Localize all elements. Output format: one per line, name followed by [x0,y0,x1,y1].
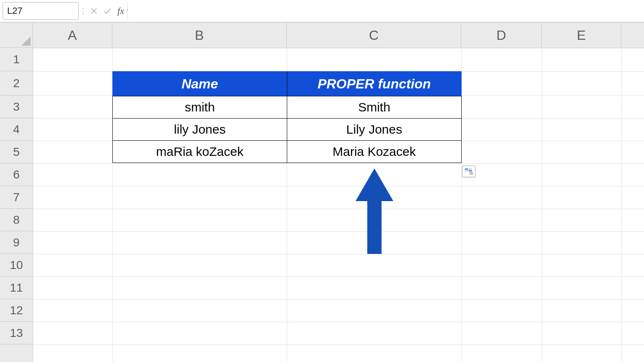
auto-fill-options-icon [465,168,473,175]
row-header-2[interactable]: 2 [0,71,33,96]
gridline-horizontal [33,277,644,277]
row-header-11[interactable]: 11 [0,277,33,299]
data-table: Name PROPER function smith Smith lily Jo… [112,71,462,163]
header-proper[interactable]: PROPER function [287,72,462,96]
row-header-4[interactable]: 4 [0,118,33,141]
svg-rect-0 [465,168,468,170]
row-header-7[interactable]: 7 [0,186,33,209]
auto-fill-options-button[interactable] [462,165,475,177]
gridline-vertical [542,48,542,362]
separator-icon: ⋮ [82,5,84,16]
gridline-horizontal [33,209,644,209]
row-header-9[interactable]: 9 [0,231,33,254]
row-header-10[interactable]: 10 [0,254,33,277]
spreadsheet-grid: ABCDE 12345678910111213 Name PROPER func… [0,23,644,362]
column-header-E[interactable]: E [542,23,621,48]
check-icon [103,7,112,15]
column-header-B[interactable]: B [112,23,287,48]
svg-rect-1 [469,168,472,170]
select-all-corner[interactable] [0,23,33,48]
row-header-12[interactable]: 12 [0,299,33,322]
gridline-vertical [621,48,622,362]
table-row: maRia koZacek Maria Kozacek [113,141,462,163]
gridline-horizontal [33,186,644,186]
gridline-horizontal [33,344,644,345]
gridline-horizontal [33,254,644,254]
column-header-C[interactable]: C [287,23,461,48]
enter-formula-button[interactable] [101,3,114,19]
row-header-1[interactable]: 1 [0,48,33,71]
close-icon [90,7,98,15]
name-box-container [3,2,79,20]
gridline-horizontal [33,231,644,232]
row-header-6[interactable]: 6 [0,163,33,186]
cells-area[interactable]: Name PROPER function smith Smith lily Jo… [33,48,644,362]
cell-proper[interactable]: Maria Kozacek [287,141,462,163]
svg-rect-2 [465,170,468,171]
formula-input[interactable] [128,3,644,19]
cell-proper[interactable]: Lily Jones [287,119,462,141]
header-name[interactable]: Name [113,72,287,96]
row-headers: 12345678910111213 [0,48,33,362]
select-all-triangle-icon [21,36,31,46]
gridline-horizontal [33,299,644,300]
row-header-5[interactable]: 5 [0,141,33,163]
insert-function-button[interactable]: fx [114,3,128,19]
gridline-horizontal [33,163,644,164]
column-header-D[interactable]: D [461,23,542,48]
column-header-A[interactable]: A [33,23,112,48]
svg-rect-3 [469,170,472,171]
cell-name[interactable]: maRia koZacek [113,141,287,163]
column-headers: ABCDE [33,23,644,48]
cell-proper[interactable]: Smith [287,96,462,119]
row-header-8[interactable]: 8 [0,209,33,231]
table-row: lily Jones Lily Jones [113,119,462,141]
cell-name[interactable]: smith [113,96,287,119]
up-arrow-icon [356,168,393,254]
cancel-formula-button[interactable] [87,3,101,19]
gridline-horizontal [33,322,644,322]
table-row: smith Smith [113,96,462,119]
row-header-3[interactable]: 3 [0,96,33,118]
formula-bar: ⋮ fx [0,0,644,23]
cell-name[interactable]: lily Jones [113,119,287,141]
table-header-row: Name PROPER function [113,72,462,96]
row-header-13[interactable]: 13 [0,322,33,344]
